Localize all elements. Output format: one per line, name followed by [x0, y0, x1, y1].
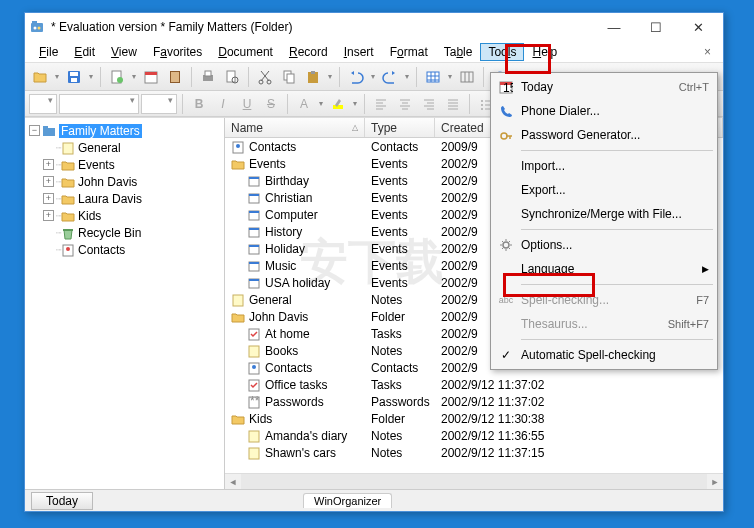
- titlebar: * Evaluation version * Family Matters (F…: [25, 13, 723, 41]
- folder-icon: [42, 124, 56, 138]
- tree-root[interactable]: − Family Matters: [27, 122, 222, 139]
- undo-icon[interactable]: [345, 66, 367, 88]
- minimize-button[interactable]: —: [593, 14, 635, 40]
- italic-icon[interactable]: I: [212, 93, 234, 115]
- svg-text:**: **: [250, 395, 260, 408]
- svg-rect-43: [249, 194, 259, 196]
- col-name[interactable]: Name△: [225, 118, 365, 137]
- list-row[interactable]: Amanda's diaryNotes2002/9/12 11:36:55: [225, 427, 723, 444]
- menu-close-icon[interactable]: ×: [698, 45, 717, 59]
- svg-rect-35: [63, 229, 73, 231]
- doc-tab[interactable]: WinOrganizer: [303, 493, 392, 508]
- size-combo[interactable]: [141, 94, 177, 114]
- tree-item[interactable]: +┈Laura Davis: [27, 190, 222, 207]
- svg-rect-32: [43, 128, 55, 136]
- menu-options-[interactable]: Options...: [493, 233, 715, 257]
- align-justify-icon[interactable]: [442, 93, 464, 115]
- tree-item[interactable]: ┈Contacts: [27, 241, 222, 258]
- menu-language[interactable]: Language▶: [493, 257, 715, 281]
- svg-rect-62: [249, 431, 259, 442]
- svg-rect-24: [461, 72, 473, 82]
- svg-rect-20: [287, 74, 294, 83]
- style-combo[interactable]: [29, 94, 57, 114]
- font-combo[interactable]: [59, 94, 139, 114]
- svg-rect-6: [71, 78, 77, 82]
- h-scrollbar[interactable]: ◄►: [225, 473, 723, 489]
- menu-export-[interactable]: Export...: [493, 178, 715, 202]
- font-color-icon[interactable]: A: [293, 93, 315, 115]
- list-row[interactable]: Office tasksTasks2002/9/12 11:37:02: [225, 376, 723, 393]
- save-icon[interactable]: [63, 66, 85, 88]
- menu-tools[interactable]: Tools: [480, 43, 524, 61]
- tree-item[interactable]: +┈Events: [27, 156, 222, 173]
- menu-favorites[interactable]: Favorites: [145, 43, 210, 61]
- svg-rect-54: [233, 295, 243, 306]
- align-left-icon[interactable]: [370, 93, 392, 115]
- svg-point-39: [236, 144, 240, 148]
- svg-rect-22: [311, 71, 315, 74]
- redo-icon[interactable]: [379, 66, 401, 88]
- menu-table[interactable]: Table: [436, 43, 481, 61]
- svg-rect-34: [63, 143, 73, 154]
- menu-phone-dialer-[interactable]: Phone Dialer...: [493, 99, 715, 123]
- menu-help[interactable]: Help: [524, 43, 565, 61]
- menu-import-[interactable]: Import...: [493, 154, 715, 178]
- align-right-icon[interactable]: [418, 93, 440, 115]
- list-row[interactable]: Shawn's carsNotes2002/9/12 11:37:15: [225, 444, 723, 461]
- svg-rect-33: [43, 126, 48, 129]
- menu-thesaurus-: Thesaurus...Shift+F7: [493, 312, 715, 336]
- copy-icon[interactable]: [278, 66, 300, 88]
- svg-rect-63: [249, 448, 259, 459]
- tools-dropdown: 15TodayCtrl+TPhone Dialer...Password Gen…: [490, 72, 718, 370]
- menu-today[interactable]: 15TodayCtrl+T: [493, 75, 715, 99]
- menu-format[interactable]: Format: [382, 43, 436, 61]
- svg-point-68: [503, 242, 509, 248]
- menu-view[interactable]: View: [103, 43, 145, 61]
- cut-icon[interactable]: [254, 66, 276, 88]
- book-icon[interactable]: [164, 66, 186, 88]
- tree-item[interactable]: +┈Kids: [27, 207, 222, 224]
- tree-item[interactable]: +┈John Davis: [27, 173, 222, 190]
- menu-automatic-spell-checking[interactable]: ✓Automatic Spell-checking: [493, 343, 715, 367]
- svg-point-27: [481, 100, 483, 102]
- grid-icon[interactable]: [456, 66, 478, 88]
- today-button[interactable]: Today: [31, 492, 93, 510]
- list-row[interactable]: KidsFolder2002/9/12 11:30:38: [225, 410, 723, 427]
- open-icon[interactable]: [29, 66, 51, 88]
- tree-item[interactable]: ┈General: [27, 139, 222, 156]
- preview-icon[interactable]: [221, 66, 243, 88]
- table-icon[interactable]: [422, 66, 444, 88]
- list-row[interactable]: **PasswordsPasswords2002/9/12 11:37:02: [225, 393, 723, 410]
- strike-icon[interactable]: S: [260, 93, 282, 115]
- svg-point-58: [252, 365, 256, 369]
- maximize-button[interactable]: ☐: [635, 14, 677, 40]
- menu-synchronize-merge-with-file-[interactable]: Synchronize/Merge with File...: [493, 202, 715, 226]
- menu-document[interactable]: Document: [210, 43, 281, 61]
- menu-insert[interactable]: Insert: [336, 43, 382, 61]
- menu-file[interactable]: File: [31, 43, 66, 61]
- print-icon[interactable]: [197, 66, 219, 88]
- today-icon[interactable]: [140, 66, 162, 88]
- svg-rect-53: [249, 279, 259, 281]
- svg-rect-0: [31, 23, 43, 32]
- svg-point-37: [66, 247, 70, 251]
- menu-password-generator-[interactable]: Password Generator...: [493, 123, 715, 147]
- svg-text:15: 15: [503, 81, 513, 94]
- tree-item[interactable]: ┈Recycle Bin: [27, 224, 222, 241]
- menu-record[interactable]: Record: [281, 43, 336, 61]
- svg-rect-45: [249, 211, 259, 213]
- menu-edit[interactable]: Edit: [66, 43, 103, 61]
- svg-point-2: [34, 27, 37, 30]
- svg-rect-15: [227, 71, 235, 82]
- underline-icon[interactable]: U: [236, 93, 258, 115]
- highlight-icon[interactable]: [327, 93, 349, 115]
- align-center-icon[interactable]: [394, 93, 416, 115]
- close-button[interactable]: ✕: [677, 14, 719, 40]
- col-type[interactable]: Type: [365, 118, 435, 137]
- tree-panel[interactable]: − Family Matters ┈General+┈Events+┈John …: [25, 118, 225, 489]
- paste-icon[interactable]: [302, 66, 324, 88]
- svg-rect-14: [205, 71, 211, 76]
- statusbar: Today WinOrganizer: [25, 489, 723, 511]
- new-doc-icon[interactable]: [106, 66, 128, 88]
- bold-icon[interactable]: B: [188, 93, 210, 115]
